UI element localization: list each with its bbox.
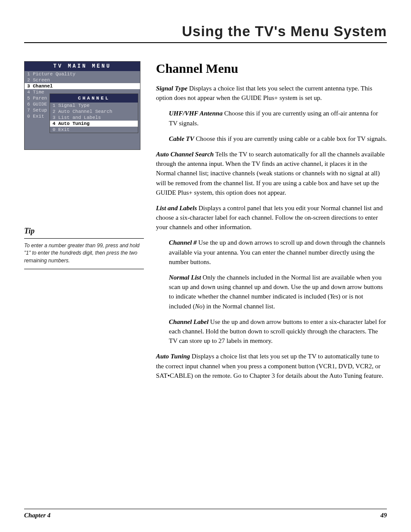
term: Auto Channel Search (156, 151, 214, 158)
paragraph-cable-tv: Cable TV Choose this if you are currentl… (169, 134, 387, 143)
paragraph-auto-tuning: Auto Tuning Displays a choice list that … (156, 352, 387, 380)
paragraph-uhf-vhf: UHF/VHF Antenna Choose this if you are c… (169, 109, 387, 128)
chapter-label: Chapter 4 (24, 512, 50, 519)
term: List and Labels (156, 205, 197, 212)
submenu-item: 3 List and Labels (50, 115, 138, 121)
paragraph-channel-number: Channel # Use the up and down arrows to … (169, 238, 387, 267)
tip-rule-bottom (24, 269, 144, 269)
submenu-item: 1 Signal Type (50, 103, 138, 109)
submenu-item: 0 Exit (50, 127, 138, 133)
term: Normal List (169, 274, 201, 281)
term: Channel Label (169, 318, 209, 325)
main-menu-title: TV MAIN MENU (25, 62, 140, 71)
section-heading: Channel Menu (156, 61, 387, 76)
text: ) in the Normal channel list. (202, 303, 275, 310)
tip-text: To enter a number greater than 99, press… (24, 242, 144, 264)
paragraph-list-and-labels: List and Labels Displays a control panel… (156, 203, 387, 232)
menu-item: 2 Screen (25, 77, 140, 83)
term: Channel # (169, 239, 197, 246)
paragraph-normal-list: Normal List Only the channels included i… (169, 273, 387, 311)
term: Auto Tuning (156, 353, 190, 360)
footer-rule (24, 509, 387, 509)
menu-item: 1 Picture Quality (25, 71, 140, 77)
term: Cable TV (169, 135, 194, 142)
term: Signal Type (156, 85, 187, 92)
text: Use the up and down arrows to scroll up … (169, 239, 385, 265)
tip-block: Tip To enter a number greater than 99, p… (24, 227, 144, 269)
submenu-title: CHANNEL (50, 94, 138, 103)
submenu-item: 2 Auto Channel Search (50, 109, 138, 115)
text: Displays a choice list that lets you set… (156, 353, 383, 379)
chapter-header: Using the TV's Menu System (24, 23, 387, 40)
term: UHF/VHF Antenna (169, 110, 223, 117)
header-rule (24, 42, 387, 43)
submenu-item-selected: 4 Auto Tuning (50, 121, 138, 127)
channel-submenu: CHANNEL 1 Signal Type 2 Auto Channel Sea… (50, 93, 138, 133)
paragraph-channel-label: Channel Label Use the up and down arrow … (169, 317, 387, 346)
yes-italic: Yes (330, 293, 338, 300)
page-footer: Chapter 4 49 (24, 509, 387, 519)
menu-item-selected: 3 Channel (25, 83, 140, 89)
text: Displays a choice list that lets you sel… (156, 85, 372, 101)
tip-rule-top (24, 238, 144, 239)
paragraph-auto-channel-search: Auto Channel Search Tells the TV to sear… (156, 149, 387, 197)
tip-heading: Tip (24, 227, 144, 236)
paragraph-signal-type: Signal Type Displays a choice list that … (156, 84, 387, 103)
no-italic: No (195, 303, 202, 310)
page-number: 49 (380, 512, 387, 519)
text: Choose this if you are currently using c… (194, 135, 387, 142)
tv-main-menu-screenshot: TV MAIN MENU 1 Picture Quality 2 Screen … (24, 61, 140, 150)
